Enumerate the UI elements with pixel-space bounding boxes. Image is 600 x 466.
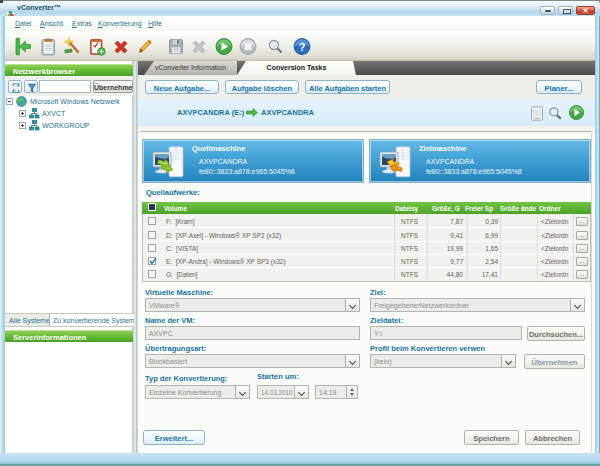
svg-text:?: ?	[299, 41, 306, 53]
